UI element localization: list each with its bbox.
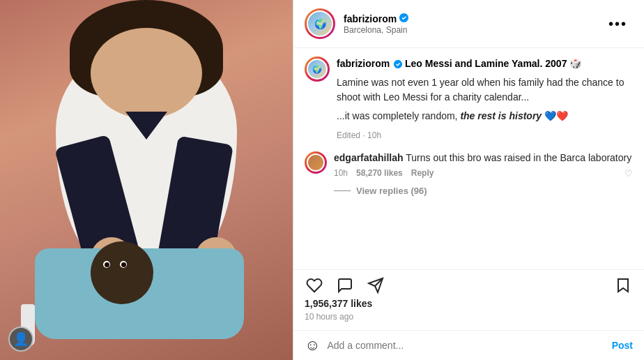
comment-heart-icon[interactable]: ♡: [624, 168, 633, 179]
comment-input[interactable]: [327, 340, 604, 351]
comment-time: 10h: [334, 168, 348, 178]
caption-body1: Lamine was not even 1 year old when his …: [337, 75, 633, 105]
view-replies-text: View replies (96): [356, 186, 427, 196]
header-username[interactable]: fabriziorom: [344, 13, 397, 24]
caption-body2: ...it was completely random, the rest is…: [337, 109, 633, 123]
comment-username[interactable]: edgarfatahillah: [334, 152, 404, 163]
comment-meta: 10h 58,270 likes Reply ♡: [334, 168, 633, 179]
share-button[interactable]: [366, 276, 385, 295]
post-content: 🌍 fabriziorom Leo Messi and Lamine Yamal…: [293, 48, 644, 269]
header-verified-icon: [399, 13, 408, 24]
user-icon: 👤: [13, 331, 29, 347]
caption-text: fabriziorom Leo Messi and Lamine Yamal. …: [337, 57, 633, 142]
like-button[interactable]: [305, 276, 324, 295]
action-icons: [305, 276, 633, 295]
content-panel: 🌍 fabriziorom Barcelona, Spain ••• 🌍: [293, 0, 644, 360]
caption-verified-icon: [392, 58, 405, 69]
baby-face: [91, 241, 153, 304]
likes-count: 1,956,377 likes: [305, 295, 633, 312]
photo-panel: 👤: [0, 0, 293, 360]
add-comment-bar: ☺ Post: [293, 330, 644, 360]
comment-block: edgarfatahillah Turns out this bro was r…: [305, 151, 633, 179]
view-replies[interactable]: View replies (96): [305, 186, 633, 196]
caption-title-text: Leo Messi and Lamine Yamal. 2007 🎲: [405, 58, 581, 69]
comment-button[interactable]: [335, 276, 355, 295]
caption-edited: Edited · 10h: [337, 129, 633, 142]
comment-avatar[interactable]: [305, 151, 327, 174]
person-face: [91, 28, 202, 119]
replies-line: [334, 190, 351, 191]
comment-likes: 58,270 likes: [356, 168, 403, 178]
header-location: Barcelona, Spain: [344, 25, 603, 35]
action-bar: 1,956,377 likes 10 hours ago: [293, 269, 644, 330]
comment-text: edgarfatahillah Turns out this bro was r…: [334, 151, 633, 165]
caption-block: 🌍 fabriziorom Leo Messi and Lamine Yamal…: [305, 57, 633, 142]
header-text: fabriziorom Barcelona, Spain: [344, 13, 603, 35]
caption-italic-text: the rest is history: [460, 110, 542, 121]
svg-marker-2: [618, 279, 628, 292]
caption-avatar[interactable]: 🌍: [305, 57, 330, 82]
comment-body: Turns out this bro was raised in the Bar…: [404, 152, 632, 163]
header-avatar[interactable]: 🌍: [305, 8, 335, 39]
user-avatar-bottom[interactable]: 👤: [8, 327, 33, 352]
post-header: 🌍 fabriziorom Barcelona, Spain •••: [293, 0, 644, 48]
more-options-button[interactable]: •••: [603, 14, 633, 33]
reply-button[interactable]: Reply: [411, 168, 434, 178]
caption-emojis: 💙❤️: [542, 110, 568, 121]
time-ago: 10 hours ago: [305, 312, 633, 327]
bookmark-button[interactable]: [613, 276, 633, 295]
caption-username[interactable]: fabriziorom: [337, 58, 390, 69]
emoji-button[interactable]: ☺: [305, 336, 320, 354]
comment-content: edgarfatahillah Turns out this bro was r…: [334, 151, 633, 179]
post-comment-button[interactable]: Post: [612, 340, 633, 351]
caption-body2-text: ...it was completely random,: [337, 110, 460, 121]
